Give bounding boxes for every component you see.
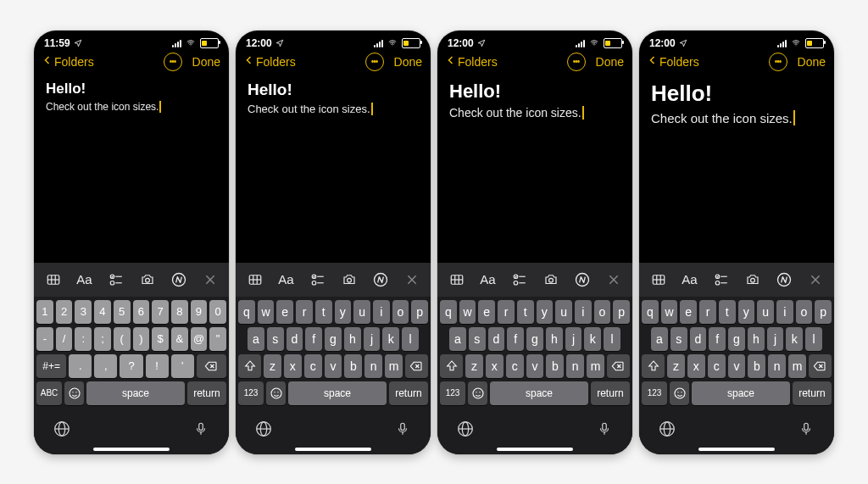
table-icon[interactable] (643, 268, 674, 292)
key-c[interactable]: c (708, 354, 726, 378)
done-button[interactable]: Done (192, 55, 220, 69)
key-h[interactable]: h (748, 327, 765, 351)
space-key[interactable]: space (288, 381, 387, 405)
key-o[interactable]: o (796, 300, 813, 324)
key-sym[interactable]: - (36, 327, 53, 351)
key-c[interactable]: c (506, 354, 524, 378)
key-sym[interactable]: / (56, 327, 73, 351)
done-button[interactable]: Done (394, 55, 422, 69)
key-x[interactable]: x (284, 354, 302, 378)
return-key[interactable]: return (389, 381, 428, 405)
key-a[interactable]: a (248, 327, 264, 351)
space-key[interactable]: space (86, 381, 185, 405)
table-icon[interactable] (37, 268, 69, 292)
key-b[interactable]: b (748, 354, 765, 378)
key-9[interactable]: 9 (191, 300, 208, 324)
key-sym[interactable]: @ (191, 327, 208, 351)
close-icon[interactable] (799, 268, 831, 292)
key-e[interactable]: e (680, 300, 697, 324)
dictation-icon[interactable] (797, 420, 815, 438)
more-button[interactable]: ••• (365, 53, 384, 71)
key-s[interactable]: s (267, 327, 284, 351)
key-p[interactable]: p (411, 300, 428, 324)
backspace-key[interactable] (197, 354, 226, 378)
back-button[interactable]: Folders (648, 53, 699, 70)
more-button[interactable]: ••• (164, 53, 182, 71)
key-f[interactable]: f (709, 327, 726, 351)
back-button[interactable]: Folders (446, 53, 498, 70)
key-k[interactable]: k (382, 327, 399, 351)
key-w[interactable]: w (459, 300, 476, 324)
key-o[interactable]: o (392, 300, 409, 324)
key-g[interactable]: g (325, 327, 342, 351)
key-5[interactable]: 5 (114, 300, 131, 324)
key-i[interactable]: i (373, 300, 390, 324)
globe-icon[interactable] (456, 420, 475, 438)
key-x[interactable]: x (486, 354, 504, 378)
key-sym[interactable]: $ (152, 327, 169, 351)
key-m[interactable]: m (788, 354, 806, 378)
key-i[interactable]: i (575, 300, 592, 324)
back-button[interactable]: Folders (244, 53, 296, 70)
emoji-key[interactable] (468, 381, 487, 405)
key-l[interactable]: l (604, 327, 620, 351)
more-button[interactable]: ••• (567, 53, 586, 71)
table-icon[interactable] (239, 268, 270, 292)
markup-icon[interactable] (364, 268, 396, 292)
key-v[interactable]: v (526, 354, 544, 378)
key-n[interactable]: n (768, 354, 786, 378)
key-1[interactable]: 1 (36, 300, 53, 324)
key-sym[interactable]: ? (120, 354, 142, 378)
backspace-key[interactable] (809, 354, 832, 378)
key-sym[interactable]: " (209, 327, 226, 351)
key-w[interactable]: w (661, 300, 678, 324)
close-icon[interactable] (396, 268, 427, 292)
key-z[interactable]: z (264, 354, 281, 378)
note-editor[interactable]: Hello! Check out the icon sizes. (437, 76, 632, 263)
key-t[interactable]: t (719, 300, 736, 324)
numbers-key[interactable]: 123 (440, 381, 465, 405)
globe-icon[interactable] (53, 420, 71, 438)
key-v[interactable]: v (325, 354, 342, 378)
numbers-key[interactable]: 123 (642, 381, 667, 405)
key-2[interactable]: 2 (56, 300, 73, 324)
done-button[interactable]: Done (798, 55, 826, 69)
key-l[interactable]: l (402, 327, 419, 351)
key-b[interactable]: b (546, 354, 564, 378)
globe-icon[interactable] (254, 420, 273, 438)
key-r[interactable]: r (699, 300, 716, 324)
key-x[interactable]: x (687, 354, 705, 378)
key-p[interactable]: p (613, 300, 630, 324)
key-m[interactable]: m (587, 354, 604, 378)
camera-icon[interactable] (737, 268, 768, 292)
close-icon[interactable] (598, 268, 629, 292)
note-editor[interactable]: Hello! Check out the icon sizes. (639, 76, 834, 263)
key-y[interactable]: y (537, 300, 554, 324)
key-y[interactable]: y (738, 300, 755, 324)
backspace-key[interactable] (405, 354, 428, 378)
key-d[interactable]: d (690, 327, 707, 351)
dictation-icon[interactable] (192, 420, 210, 438)
key-0[interactable]: 0 (209, 300, 226, 324)
note-editor[interactable]: Hello! Check out the icon sizes. (236, 76, 431, 263)
key-v[interactable]: v (728, 354, 746, 378)
key-k[interactable]: k (786, 327, 803, 351)
key-q[interactable]: q (238, 300, 255, 324)
key-sym[interactable]: ; (94, 327, 111, 351)
key-sym[interactable]: & (171, 327, 188, 351)
key-r[interactable]: r (498, 300, 515, 324)
key-j[interactable]: j (364, 327, 381, 351)
text-format-button[interactable]: Aa (472, 268, 504, 292)
dictation-icon[interactable] (595, 420, 614, 438)
key-q[interactable]: q (642, 300, 659, 324)
key-g[interactable]: g (728, 327, 745, 351)
key-sym[interactable]: ! (146, 354, 169, 378)
key-f[interactable]: f (305, 327, 322, 351)
checklist-icon[interactable] (302, 268, 333, 292)
return-key[interactable]: return (591, 381, 630, 405)
key-e[interactable]: e (478, 300, 495, 324)
key-3[interactable]: 3 (75, 300, 92, 324)
key-o[interactable]: o (594, 300, 611, 324)
key-u[interactable]: u (757, 300, 774, 324)
markup-icon[interactable] (566, 268, 598, 292)
